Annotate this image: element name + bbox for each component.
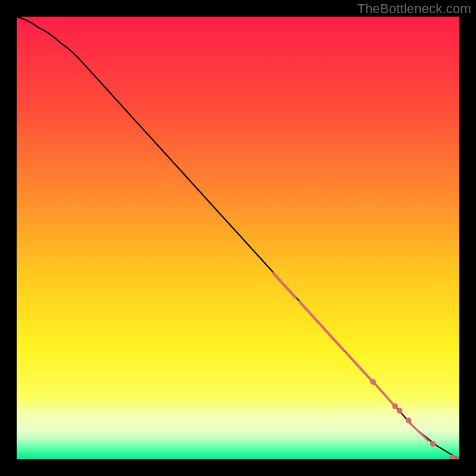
chart-stage: TheBottleneck.com	[0, 0, 476, 476]
data-dot	[370, 379, 376, 385]
data-dot	[397, 408, 403, 414]
plot-svg	[17, 17, 459, 459]
watermark-text: TheBottleneck.com	[357, 1, 471, 17]
data-dot	[430, 441, 436, 447]
gradient-background	[17, 17, 459, 459]
plot-area	[17, 17, 459, 459]
data-dot	[392, 403, 398, 409]
data-dot	[406, 418, 412, 424]
